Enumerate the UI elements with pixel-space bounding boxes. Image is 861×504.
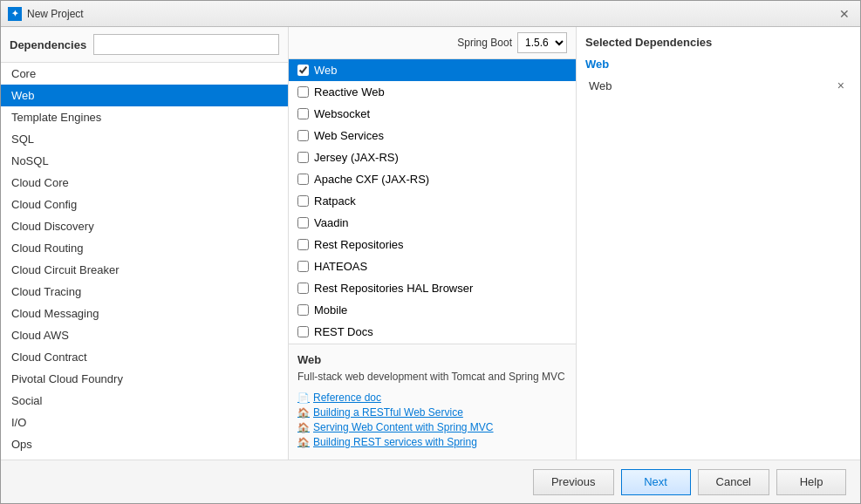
middle-panel: Spring Boot 1.5.62.0.01.5.51.4.7 WebReac… — [289, 27, 577, 460]
right-panel: Selected Dependencies Web Web× — [577, 27, 860, 460]
dep-checkbox-apache-cxf[interactable] — [297, 174, 309, 185]
left-panel: Dependencies CoreWebTemplate EnginesSQLN… — [1, 27, 289, 460]
category-item-cloud-messaging[interactable]: Cloud Messaging — [1, 303, 288, 324]
link-label-serving-content: Serving Web Content with Spring MVC — [313, 421, 494, 433]
dep-label-ratpack: Ratpack — [314, 194, 356, 208]
selected-deps-category: Web — [585, 58, 851, 71]
category-item-sql[interactable]: SQL — [1, 128, 288, 150]
main-content: Dependencies CoreWebTemplate EnginesSQLN… — [1, 27, 860, 460]
search-input[interactable] — [93, 34, 279, 55]
dialog-title: New Project — [27, 8, 84, 20]
category-item-core[interactable]: Core — [1, 63, 288, 85]
dep-checkbox-jersey[interactable] — [297, 152, 309, 163]
dep-checkbox-ratpack[interactable] — [297, 195, 309, 207]
next-button[interactable]: Next — [621, 469, 691, 495]
help-button[interactable]: Help — [776, 469, 846, 495]
deps-label: Dependencies — [10, 38, 86, 51]
category-item-cloud-tracing[interactable]: Cloud Tracing — [1, 281, 288, 303]
category-item-pivotal-cloud-foundry[interactable]: Pivotal Cloud Foundry — [1, 368, 288, 390]
category-list: CoreWebTemplate EnginesSQLNoSQLCloud Cor… — [1, 63, 288, 460]
close-button[interactable]: ✕ — [836, 5, 853, 23]
dep-item-vaadin[interactable]: Vaadin — [289, 212, 576, 234]
category-item-cloud-contract[interactable]: Cloud Contract — [1, 346, 288, 368]
info-link-serving-content[interactable]: 🏠Serving Web Content with Spring MVC — [297, 421, 567, 433]
link-label-rest-services: Building REST services with Spring — [313, 436, 477, 448]
category-item-social[interactable]: Social — [1, 390, 288, 412]
dep-label-rest-repositories: Rest Repositories — [314, 238, 404, 251]
dep-info-title: Web — [297, 353, 567, 366]
category-item-cloud-discovery[interactable]: Cloud Discovery — [1, 215, 288, 237]
dep-item-rest-repositories[interactable]: Rest Repositories — [289, 234, 576, 255]
dep-item-rest-docs[interactable]: REST Docs — [289, 321, 576, 343]
link-icon: 📄 — [297, 392, 310, 404]
dep-label-websocket: Websocket — [314, 107, 370, 120]
dep-item-websocket[interactable]: Websocket — [289, 103, 576, 125]
dep-checkbox-hateoas[interactable] — [297, 261, 309, 272]
dep-label-rest-repositories-hal: Rest Repositories HAL Browser — [314, 282, 473, 295]
selected-dep-web: Web× — [585, 76, 851, 95]
spring-boot-label: Spring Boot — [457, 37, 512, 49]
remove-dep-web[interactable]: × — [834, 78, 848, 92]
deps-header: Dependencies — [1, 27, 288, 63]
info-link-reference-doc[interactable]: 📄Reference doc — [297, 392, 567, 404]
dep-checkbox-vaadin[interactable] — [297, 217, 309, 228]
previous-button[interactable]: Previous — [533, 469, 614, 495]
title-bar: ✦ New Project ✕ — [1, 1, 860, 27]
idea-icon: ✦ — [8, 7, 22, 21]
dep-item-web-services[interactable]: Web Services — [289, 125, 576, 146]
dep-checkbox-web-services[interactable] — [297, 130, 309, 141]
spring-boot-bar: Spring Boot 1.5.62.0.01.5.51.4.7 — [289, 27, 576, 59]
title-bar-left: ✦ New Project — [8, 7, 84, 21]
dependency-list: WebReactive WebWebsocketWeb ServicesJers… — [289, 59, 576, 344]
dep-checkbox-web[interactable] — [297, 65, 309, 76]
dep-item-apache-cxf[interactable]: Apache CXF (JAX-RS) — [289, 168, 576, 190]
dep-label-apache-cxf: Apache CXF (JAX-RS) — [314, 173, 429, 186]
link-icon: 🏠 — [297, 421, 310, 433]
dep-label-reactive-web: Reactive Web — [314, 85, 385, 99]
dep-item-reactive-web[interactable]: Reactive Web — [289, 81, 576, 103]
selected-deps-title: Selected Dependencies — [585, 36, 851, 49]
category-item-web[interactable]: Web — [1, 85, 288, 106]
dep-info-box: Web Full-stack web development with Tomc… — [289, 344, 576, 460]
dep-checkbox-rest-docs[interactable] — [297, 326, 309, 337]
dep-label-web-services: Web Services — [314, 129, 384, 142]
dep-item-jersey[interactable]: Jersey (JAX-RS) — [289, 146, 576, 168]
category-item-ops[interactable]: Ops — [1, 433, 288, 455]
category-item-nosql[interactable]: NoSQL — [1, 150, 288, 172]
dep-checkbox-rest-repositories-hal[interactable] — [297, 283, 309, 294]
cancel-button[interactable]: Cancel — [698, 469, 769, 495]
link-icon: 🏠 — [297, 406, 310, 419]
category-item-cloud-routing[interactable]: Cloud Routing — [1, 237, 288, 259]
category-item-cloud-circuit-breaker[interactable]: Cloud Circuit Breaker — [1, 259, 288, 281]
dep-label-rest-docs: REST Docs — [314, 325, 373, 338]
dep-checkbox-websocket[interactable] — [297, 108, 309, 119]
category-item-io[interactable]: I/O — [1, 412, 288, 433]
info-link-rest-services[interactable]: 🏠Building REST services with Spring — [297, 436, 567, 448]
dep-label-mobile: Mobile — [314, 303, 347, 317]
dep-item-mobile[interactable]: Mobile — [289, 299, 576, 321]
dep-item-web[interactable]: Web — [289, 59, 576, 81]
dep-item-rest-repositories-hal[interactable]: Rest Repositories HAL Browser — [289, 277, 576, 299]
spring-boot-version-select[interactable]: 1.5.62.0.01.5.51.4.7 — [517, 32, 567, 53]
dep-info-description: Full-stack web development with Tomcat a… — [297, 370, 567, 385]
selected-items: Web× — [585, 76, 851, 95]
dep-checkbox-mobile[interactable] — [297, 304, 309, 316]
dep-item-ratpack[interactable]: Ratpack — [289, 190, 576, 212]
selected-dep-label-web: Web — [589, 79, 612, 92]
dep-checkbox-rest-repositories[interactable] — [297, 239, 309, 250]
info-link-restful-guide[interactable]: 🏠Building a RESTful Web Service — [297, 406, 567, 419]
category-item-cloud-core[interactable]: Cloud Core — [1, 172, 288, 194]
link-label-reference-doc: Reference doc — [313, 392, 381, 404]
dep-label-jersey: Jersey (JAX-RS) — [314, 151, 399, 164]
dep-info-links: 📄Reference doc🏠Building a RESTful Web Se… — [297, 392, 567, 448]
category-item-cloud-config[interactable]: Cloud Config — [1, 194, 288, 215]
dep-item-hateoas[interactable]: HATEOAS — [289, 255, 576, 277]
link-icon: 🏠 — [297, 436, 310, 448]
category-item-template-engines[interactable]: Template Engines — [1, 106, 288, 128]
dep-label-web: Web — [314, 64, 338, 77]
link-label-restful-guide: Building a RESTful Web Service — [313, 406, 463, 419]
dep-checkbox-reactive-web[interactable] — [297, 86, 309, 98]
category-item-cloud-aws[interactable]: Cloud AWS — [1, 324, 288, 346]
new-project-dialog: ✦ New Project ✕ Dependencies CoreWebTemp… — [0, 0, 861, 504]
footer: Previous Next Cancel Help — [1, 460, 860, 503]
